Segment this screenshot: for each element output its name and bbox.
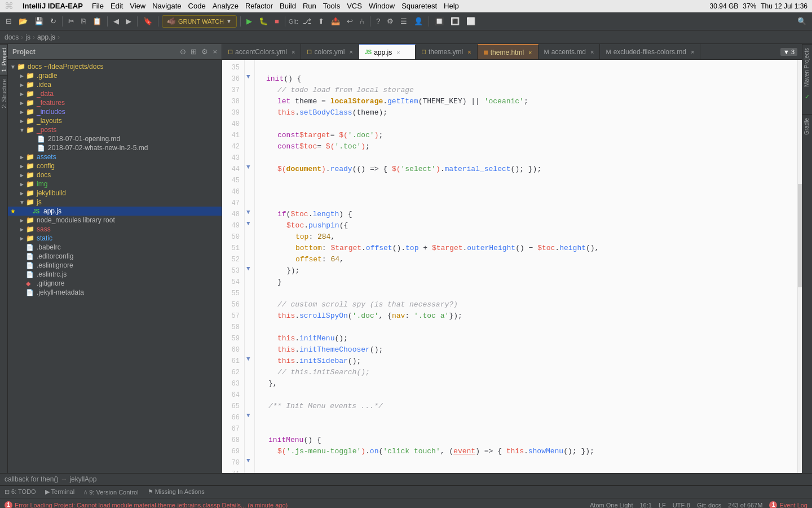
toolbar-search[interactable]: 🔍 xyxy=(795,16,809,27)
toolbar-more[interactable]: ☰ xyxy=(398,16,409,27)
tree-item-config[interactable]: ► 📁 config xyxy=(8,161,222,170)
toolbar-icon-1[interactable]: ⊟ xyxy=(3,16,14,27)
toolbar-debug[interactable]: 🐛 xyxy=(257,16,270,27)
menu-window[interactable]: Window xyxy=(369,2,395,10)
project-locate-icon[interactable]: ⊙ xyxy=(180,47,186,56)
tree-root[interactable]: ▼ 📁 docs ~/IdeaProjects/docs xyxy=(8,62,222,71)
code-editor[interactable]: init() { // todo load from local storage… xyxy=(255,60,797,473)
toolbar-run[interactable]: ▶ xyxy=(244,16,254,27)
tree-item-post2[interactable]: 📄 2018-07-02-whats-new-in-2-5.md xyxy=(8,143,222,152)
tab-accents[interactable]: M accents.md × xyxy=(539,44,601,59)
breadcrumb-docs[interactable]: docs xyxy=(5,33,19,41)
sidebar-tab-project[interactable]: 1: Project xyxy=(0,44,7,75)
fold-53[interactable]: ▼ xyxy=(246,263,250,274)
tree-item-sass[interactable]: ► 📁 sass xyxy=(8,225,222,234)
menu-file[interactable]: File xyxy=(92,2,104,10)
fold-36[interactable]: ▼ xyxy=(246,71,250,82)
git-update[interactable]: ⎇ xyxy=(301,16,314,27)
breadcrumb-js[interactable]: js xyxy=(25,33,30,41)
tree-item-posts[interactable]: ▼ 📁 _posts xyxy=(8,125,222,134)
toolbar-icon-refresh[interactable]: ↻ xyxy=(48,16,59,27)
project-expand-icon[interactable]: ⊞ xyxy=(191,47,197,56)
minimap[interactable] xyxy=(797,60,802,473)
menu-analyze[interactable]: Analyze xyxy=(213,2,239,10)
tree-item-nodemodules[interactable]: ► 📁 node_modules library root xyxy=(8,216,222,225)
tree-item-babelrc[interactable]: 📄 .babelrc xyxy=(8,243,222,252)
git-branch[interactable]: ⑃ xyxy=(358,16,367,27)
project-gear-icon[interactable]: ⚙ xyxy=(201,47,208,56)
menu-run[interactable]: Run xyxy=(303,2,316,10)
tab-close-appjs[interactable]: × xyxy=(396,49,400,56)
menu-refactor[interactable]: Refactor xyxy=(245,2,273,10)
tab-colors[interactable]: ◻ colors.yml × xyxy=(301,44,359,59)
tree-item-eslintignore[interactable]: 📄 .eslintignore xyxy=(8,261,222,270)
minimap-thumb[interactable] xyxy=(798,184,802,287)
menu-tools[interactable]: Tools xyxy=(323,2,340,10)
tree-item-eslintrc[interactable]: 📄 .eslintrc.js xyxy=(8,270,222,279)
tab-close-excluded[interactable]: × xyxy=(691,49,694,55)
right-tab-maven[interactable]: Maven Projects xyxy=(802,44,812,90)
tab-close-themes[interactable]: × xyxy=(467,49,471,55)
status-position[interactable]: 16:1 xyxy=(639,502,651,509)
fold-72[interactable]: ▼ xyxy=(246,455,250,466)
menu-code[interactable]: Code xyxy=(188,2,206,10)
sidebar-tab-structure[interactable]: 2: Structure xyxy=(0,75,7,112)
terminal-label[interactable]: ▶ Terminal xyxy=(45,488,74,496)
tree-item-includes[interactable]: ► 📁 _includes xyxy=(8,107,222,116)
tree-item-gitignore[interactable]: ◆ .gitignore xyxy=(8,279,222,288)
tab-appjs[interactable]: JS app.js × xyxy=(359,44,416,59)
toolbar-forward[interactable]: ▶ xyxy=(123,16,134,27)
tab-close-accentcolors[interactable]: × xyxy=(292,49,295,55)
toolbar-settings[interactable]: ⚙ xyxy=(385,16,396,27)
status-encoding[interactable]: UTF-8 xyxy=(673,502,690,509)
toolbar-stop[interactable]: ■ xyxy=(272,16,281,27)
tabs-overflow-count[interactable]: ▼ 3 xyxy=(780,48,797,56)
tab-theme-html[interactable]: ◼ theme.html × xyxy=(478,44,539,59)
tab-close-colors[interactable]: × xyxy=(349,49,352,55)
toolbar-back[interactable]: ◀ xyxy=(111,16,121,27)
toolbar-icon-save[interactable]: 💾 xyxy=(32,16,46,27)
status-git[interactable]: Git: docs xyxy=(697,502,721,509)
grunt-watch-button[interactable]: 🐗 GRUNT WATCH ▼ xyxy=(162,15,237,28)
status-linending[interactable]: LF xyxy=(659,502,666,509)
tab-close-accents[interactable]: × xyxy=(590,49,594,55)
todo-label[interactable]: ⊟ 6: TODO xyxy=(5,488,36,496)
fold-48[interactable]: ▼ xyxy=(246,207,250,218)
tree-item-static[interactable]: ► 📁 static xyxy=(8,234,222,243)
toolbar-squaretest[interactable]: 🔲 xyxy=(433,16,446,27)
tree-item-docs[interactable]: ► 📁 docs xyxy=(8,170,222,179)
right-tab-gradle[interactable]: Gradle xyxy=(802,114,812,138)
menu-vcs[interactable]: VCS xyxy=(347,2,362,10)
git-revert[interactable]: ↩ xyxy=(345,16,355,27)
event-log-button[interactable]: 1 Event Log xyxy=(769,501,807,509)
menu-squaretest[interactable]: Squaretest xyxy=(401,2,437,10)
tree-item-editorconfig[interactable]: 📄 .editorconfig xyxy=(8,252,222,261)
tree-item-layouts[interactable]: ► 📁 _layouts xyxy=(8,116,222,125)
tree-item-js[interactable]: ▼ 📁 js xyxy=(8,198,222,207)
toolbar-agents[interactable]: 👤 xyxy=(412,16,425,27)
menu-view[interactable]: View xyxy=(130,2,145,10)
tab-excluded[interactable]: M excluded-files-colors.md × xyxy=(600,44,700,59)
tab-themes[interactable]: ◻ themes.yml × xyxy=(416,44,478,59)
fold-68[interactable]: ▼ xyxy=(246,410,250,421)
menu-navigate[interactable]: Navigate xyxy=(152,2,181,10)
toolbar-squaretest3[interactable]: ⬜ xyxy=(464,16,478,27)
tree-item-idea[interactable]: ► 📁 .idea xyxy=(8,80,222,89)
tab-accentcolors[interactable]: ◻ accentColors.yml × xyxy=(222,44,301,59)
git-commit[interactable]: 📤 xyxy=(329,16,342,27)
fold-63[interactable]: ▼ xyxy=(246,353,250,365)
toolbar-squaretest2[interactable]: 🔳 xyxy=(448,16,462,27)
toolbar-help[interactable]: ? xyxy=(374,16,382,27)
tree-item-jekyllbuild[interactable]: ► 📁 jekyllbuild xyxy=(8,189,222,198)
fold-49[interactable]: ▼ xyxy=(246,218,250,229)
menu-edit[interactable]: Edit xyxy=(111,2,123,10)
toolbar-icon-open[interactable]: 📂 xyxy=(16,16,30,27)
tree-item-jekyll-metadata[interactable]: 📄 .jekyll-metadata xyxy=(8,288,222,297)
tree-item-data[interactable]: ► 📁 _data xyxy=(8,89,222,98)
missing-label[interactable]: ⚑ Missing In Actions xyxy=(148,488,205,496)
tab-close-themehtml[interactable]: × xyxy=(528,49,532,56)
tree-item-features[interactable]: ► 📁 _features xyxy=(8,98,222,107)
menu-build[interactable]: Build xyxy=(280,2,296,10)
git-push[interactable]: ⬆ xyxy=(316,16,326,27)
editor-content[interactable]: 35 36 37 38 39 40 41 42 43 44 45 46 47 4… xyxy=(222,60,802,473)
